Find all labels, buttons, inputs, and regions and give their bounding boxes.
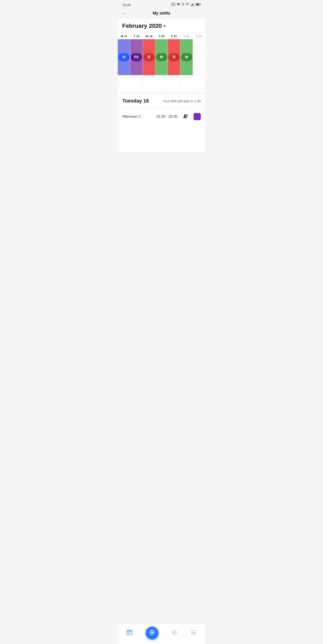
shift-entry-row[interactable]: Afternoon 2 16:30 - 20:30 <box>118 108 205 125</box>
wifi-icon <box>186 3 190 7</box>
empty-fri <box>168 75 180 93</box>
day-detail-header: Tuesday 18 Your shift will start in 1:09 <box>118 93 205 108</box>
people-icon <box>183 114 189 120</box>
svg-rect-9 <box>193 4 193 6</box>
chevron-down-icon: ▾ <box>164 24 166 28</box>
svg-rect-13 <box>200 4 201 5</box>
day-header-sun: S 23 <box>193 34 205 38</box>
empty-mon <box>118 75 130 93</box>
shift-color-block <box>194 113 201 120</box>
shift-name: Afternoon 2 <box>122 114 154 118</box>
shift-time: 16:30 - 20:30 <box>156 114 178 118</box>
svg-point-15 <box>186 114 188 116</box>
day-header-thu: T 20 <box>155 34 168 38</box>
day-detail-title: Tuesday 18 <box>122 98 149 104</box>
dropbox-icon <box>176 3 180 7</box>
cal-cell-fri[interactable]: R <box>168 39 180 75</box>
svg-rect-8 <box>192 4 192 6</box>
shift-badge-r1: R <box>143 53 154 61</box>
day-header-sat: S 22 <box>180 34 193 38</box>
empty-sat <box>180 75 193 93</box>
svg-rect-7 <box>191 5 192 6</box>
cal-cell-thu[interactable]: M <box>156 39 168 75</box>
status-time: 15:20 <box>122 3 131 7</box>
svg-rect-0 <box>172 3 175 6</box>
month-label: February 2020 <box>122 22 162 29</box>
empty-tue <box>130 75 143 93</box>
cal-cell-sun <box>193 39 205 75</box>
location-icon <box>182 3 184 7</box>
day-detail-info: Your shift will start in 1:09 <box>162 99 201 103</box>
shift-badge-p2: P2 <box>131 53 142 61</box>
empty-sun <box>193 75 205 93</box>
day-header-fri: F 21 <box>168 34 180 38</box>
month-selector[interactable]: February 2020 ▾ <box>118 19 205 32</box>
shift-badge-n: N <box>118 53 130 61</box>
empty-wed <box>143 75 156 93</box>
cal-cell-wed[interactable]: R <box>143 39 156 75</box>
day-header-tue: T 18 <box>130 34 143 38</box>
svg-rect-10 <box>194 3 194 6</box>
content-spacer <box>118 125 205 152</box>
cal-cell-tue[interactable]: P2 <box>130 39 143 75</box>
status-bar: 15:20 <box>118 0 205 9</box>
shift-badge-m2: M <box>181 53 192 61</box>
svg-marker-5 <box>178 5 179 6</box>
battery-icon <box>196 3 201 6</box>
calendar-empty-row-1 <box>118 75 205 93</box>
image-icon <box>172 3 175 7</box>
day-header-wed: W 19 <box>143 34 155 38</box>
cal-cell-mon[interactable]: N <box>118 39 130 75</box>
app-header: ← My shifts <box>118 9 205 19</box>
signal-icon <box>191 3 194 7</box>
cal-cell-sat[interactable]: M <box>180 39 193 75</box>
day-header-mon: M 17 <box>118 34 130 38</box>
status-icons <box>172 3 201 7</box>
shift-badge-r2: R <box>168 53 180 61</box>
svg-rect-12 <box>196 4 199 6</box>
calendar-row: N P2 R M R M <box>118 39 205 75</box>
back-button[interactable]: ← <box>122 10 127 16</box>
week-day-headers: M 17 T 18 W 19 T 20 F 21 S 22 S 23 <box>118 32 205 39</box>
shift-badge-m1: M <box>156 53 167 61</box>
svg-point-14 <box>184 114 186 116</box>
page-title: My shifts <box>153 11 170 16</box>
empty-thu <box>156 75 168 93</box>
svg-point-6 <box>182 4 183 4</box>
